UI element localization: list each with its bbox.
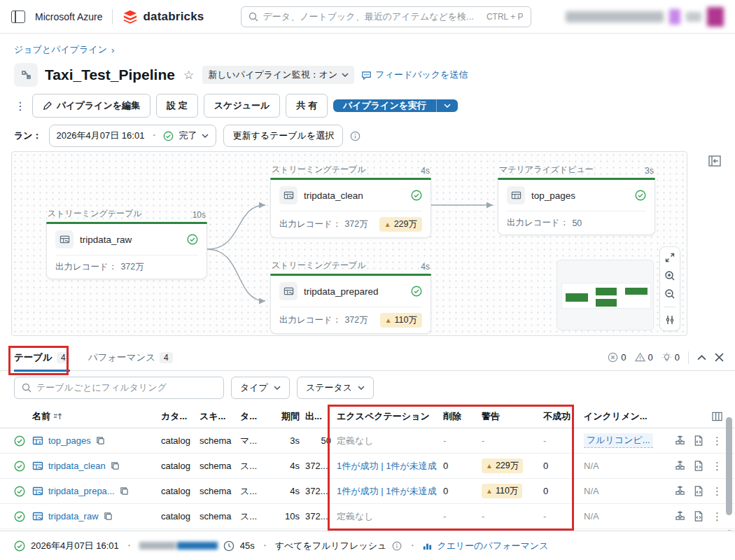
dag-node-tripdata-prepared[interactable]: ストリーミングテーブル4s tripdata_prepared 出力レコード：3… bbox=[270, 260, 431, 334]
avatar[interactable] bbox=[707, 7, 724, 27]
node-type-label: ストリーミングテーブル bbox=[48, 208, 142, 220]
warning-count[interactable]: 0 bbox=[635, 352, 653, 363]
collapse-panel-button[interactable] bbox=[697, 355, 706, 360]
query-performance-link[interactable]: クエリーのパフォーマンス bbox=[422, 540, 548, 552]
edit-pipeline-button[interactable]: パイプラインを編集 bbox=[32, 94, 150, 118]
header-deleted[interactable]: 削除 bbox=[443, 410, 482, 423]
global-search-input[interactable]: データ、ノートブック、最近のアイテムなどを検... CTRL + P bbox=[241, 6, 531, 27]
copy-icon[interactable] bbox=[96, 436, 105, 445]
zoom-out-button[interactable] bbox=[664, 288, 676, 300]
table-row[interactable]: tripdata_clean catalog schema ス... 4s 37… bbox=[0, 454, 735, 479]
header-name[interactable]: 名前 bbox=[32, 410, 161, 423]
row-menu-icon[interactable]: ⋮ bbox=[712, 435, 722, 447]
expectation-warning-badge: ▲229万 bbox=[379, 217, 422, 232]
table-row[interactable]: tripdata_prepa... catalog schema ス... 4s… bbox=[0, 479, 735, 504]
success-check-icon bbox=[163, 131, 174, 141]
redacted-workspace-name bbox=[566, 11, 664, 22]
view-code-icon[interactable] bbox=[694, 486, 704, 496]
type-filter-dropdown[interactable]: タイプ bbox=[231, 377, 290, 399]
favorite-star-icon[interactable]: ☆ bbox=[183, 68, 194, 83]
zoom-in-button[interactable] bbox=[664, 270, 676, 281]
header-type[interactable]: タ... bbox=[240, 410, 274, 423]
databricks-logo[interactable]: databricks bbox=[122, 9, 204, 24]
lineage-icon[interactable] bbox=[675, 461, 685, 471]
close-panel-button[interactable] bbox=[715, 353, 724, 362]
info-icon[interactable] bbox=[350, 131, 360, 141]
table-name-link[interactable]: tripdata_raw bbox=[48, 511, 99, 522]
hint-count-value: 0 bbox=[675, 352, 680, 363]
copy-icon[interactable] bbox=[111, 461, 120, 470]
header-incremental[interactable]: インクリメン... bbox=[584, 410, 673, 423]
account-area bbox=[566, 7, 724, 27]
header-failed[interactable]: 不成功 bbox=[543, 410, 584, 423]
warning-triangle-icon bbox=[635, 352, 645, 363]
table-name-link[interactable]: top_pages bbox=[48, 435, 91, 446]
chevron-down-icon bbox=[274, 386, 281, 390]
tab-tables[interactable]: テーブル 4 bbox=[14, 344, 70, 371]
select-tables-button[interactable]: 更新するテーブルを選択 bbox=[223, 125, 343, 147]
expectation-link[interactable]: 1件が成功 | 1件が未達成 bbox=[337, 486, 437, 496]
lineage-icon[interactable] bbox=[675, 511, 685, 522]
schedule-button[interactable]: スケジュール bbox=[204, 94, 281, 118]
table-scrollbar[interactable]: ▼ bbox=[726, 412, 732, 531]
run-pipeline-dropdown-button[interactable] bbox=[437, 99, 458, 112]
view-code-icon[interactable] bbox=[694, 435, 704, 446]
redacted-badge bbox=[669, 9, 680, 24]
view-code-icon[interactable] bbox=[694, 461, 704, 471]
column-settings-icon[interactable] bbox=[712, 412, 722, 421]
dag-minimap[interactable] bbox=[556, 260, 654, 330]
node-name: tripdata_raw bbox=[80, 234, 181, 245]
run-pipeline-button[interactable]: パイプラインを実行 bbox=[333, 99, 436, 112]
dag-node-tripdata-raw[interactable]: ストリーミングテーブル10s tripdata_raw 出力レコード：372万 bbox=[46, 208, 207, 279]
settings-button[interactable]: 設 定 bbox=[156, 94, 198, 118]
scrollbar-thumb[interactable] bbox=[726, 417, 732, 515]
fullscreen-button[interactable] bbox=[664, 252, 676, 263]
breadcrumb-jobs-pipelines-link[interactable]: ジョブとパイプライン bbox=[14, 43, 107, 56]
error-count[interactable]: 0 bbox=[608, 352, 626, 363]
info-icon[interactable] bbox=[392, 541, 402, 551]
streaming-table-icon bbox=[32, 486, 43, 497]
overflow-menu-button[interactable]: ⋮ bbox=[14, 99, 27, 113]
header-expectation[interactable]: エクスペクテーション bbox=[337, 410, 443, 423]
expectation-link[interactable]: 1件が成功 | 1件が未達成 bbox=[337, 461, 437, 471]
status-filter-dropdown[interactable]: ステータス bbox=[297, 377, 374, 399]
pipeline-dag-canvas[interactable]: ストリーミングテーブル10s tripdata_raw 出力レコード：372万 … bbox=[11, 151, 687, 336]
header-duration[interactable]: 期間 bbox=[274, 410, 305, 423]
collapse-side-panel-button[interactable] bbox=[708, 155, 721, 167]
copy-icon[interactable] bbox=[120, 486, 129, 496]
table-row[interactable]: tripdata_raw catalog schema ス... 10s 372… bbox=[0, 504, 735, 529]
row-menu-icon[interactable]: ⋮ bbox=[712, 460, 722, 472]
dag-node-tripdata-clean[interactable]: ストリーミングテーブル4s tripdata_clean 出力レコード：372万… bbox=[270, 164, 431, 238]
table-name-link[interactable]: tripdata_prepa... bbox=[48, 486, 115, 496]
row-menu-icon[interactable]: ⋮ bbox=[712, 510, 722, 523]
pipeline-monitoring-toggle[interactable]: 新しいパイプライン監視：オン bbox=[202, 66, 354, 84]
lineage-icon[interactable] bbox=[675, 486, 685, 496]
type-filter-label: タイプ bbox=[240, 382, 268, 394]
warning-badge: ▲110万 bbox=[482, 484, 522, 498]
hint-count[interactable]: 0 bbox=[662, 352, 680, 363]
schema-cell: schema bbox=[200, 486, 240, 496]
monitoring-label: 新しいパイプライン監視：オン bbox=[208, 69, 337, 81]
share-button[interactable]: 共 有 bbox=[286, 94, 328, 118]
dag-node-top-pages[interactable]: マテリアライズドビュー3s top_pages 出力レコード：50 bbox=[498, 164, 655, 235]
header-schema[interactable]: スキ... bbox=[200, 410, 240, 423]
header-output[interactable]: 出... bbox=[305, 410, 337, 423]
sidebar-toggle-icon[interactable] bbox=[11, 10, 25, 23]
lineage-icon[interactable] bbox=[675, 435, 685, 446]
send-feedback-link[interactable]: フィードバックを送信 bbox=[361, 69, 468, 81]
view-code-icon[interactable] bbox=[694, 511, 704, 522]
copy-icon[interactable] bbox=[104, 512, 113, 521]
header-warning[interactable]: 警告 bbox=[482, 410, 543, 423]
tab-performance[interactable]: パフォーマンス 4 bbox=[88, 344, 173, 371]
row-menu-icon[interactable]: ⋮ bbox=[712, 485, 722, 498]
incremental-pill[interactable]: フルリコンピ... bbox=[584, 433, 653, 448]
display-settings-button[interactable] bbox=[664, 314, 676, 326]
tab-performance-count: 4 bbox=[160, 352, 173, 363]
table-filter-input[interactable]: テーブルごとにフィルタリング bbox=[14, 377, 224, 399]
run-selector[interactable]: 2026年4月07日 16:01 ・ 完了 bbox=[49, 125, 217, 147]
records-label: 出力レコード： bbox=[279, 218, 341, 230]
table-row[interactable]: top_pages catalog schema マ... 3s 50 定義なし… bbox=[0, 428, 735, 454]
header-catalog[interactable]: カタ... bbox=[161, 410, 200, 423]
row-success-icon bbox=[14, 461, 25, 472]
table-name-link[interactable]: tripdata_clean bbox=[48, 461, 106, 471]
